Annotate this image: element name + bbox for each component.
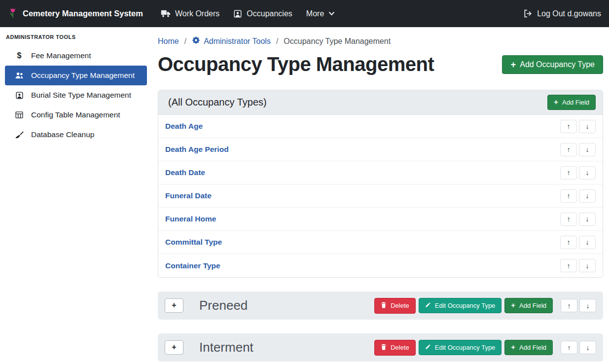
sidebar-item-occupancy-type-management[interactable]: Occupancy Type Management [5, 66, 147, 85]
edit-occupancy-type-button[interactable]: Edit Occupancy Type [419, 298, 502, 313]
field-row: Committal Type ↑ ↓ [158, 231, 603, 254]
button-label: Delete [391, 344, 409, 351]
truck-icon [161, 9, 171, 18]
field-link[interactable]: Death Age Period [165, 145, 229, 154]
sidebar-item-burial-site-type-management[interactable]: Burial Site Type Management [5, 85, 147, 105]
move-up-button[interactable]: ↑ [560, 213, 577, 226]
occupancy-type-name: Interment [199, 340, 253, 355]
move-up-button[interactable]: ↑ [560, 120, 577, 133]
move-down-button[interactable]: ↓ [579, 120, 596, 133]
flower-logo-icon [8, 6, 18, 21]
field-row: Death Age Period ↑ ↓ [158, 138, 603, 161]
nav-label: Occupancies [247, 9, 292, 18]
logout-icon [523, 9, 533, 18]
plus-icon: + [554, 99, 558, 106]
logout-button[interactable]: Log Out d.gowans [523, 9, 601, 18]
trash-icon [381, 344, 387, 352]
move-down-button[interactable]: ↓ [579, 341, 596, 354]
person-frame-icon [233, 9, 242, 18]
field-link[interactable]: Death Date [165, 168, 205, 177]
plus-icon: + [511, 344, 515, 351]
move-up-button[interactable]: ↑ [560, 189, 577, 203]
nav-occupancies[interactable]: Occupancies [233, 9, 292, 18]
move-down-button[interactable]: ↓ [579, 143, 596, 156]
delete-button[interactable]: Delete [374, 340, 416, 356]
person-frame-icon [14, 91, 25, 100]
app-title: Cemetery Management System [23, 9, 143, 18]
edit-occupancy-type-button[interactable]: Edit Occupancy Type [419, 340, 502, 355]
breadcrumb-separator: / [184, 37, 186, 46]
move-down-button[interactable]: ↓ [579, 213, 596, 226]
breadcrumb-current: Occupancy Type Management [284, 37, 391, 46]
dollar-icon: $ [14, 51, 25, 60]
breadcrumb: Home / Administrator Tools / Occupancy T… [158, 27, 603, 46]
add-occupancy-type-button[interactable]: + Add Occupancy Type [502, 55, 603, 74]
occupancy-type-section-interment: + Interment Delete Edit Occupancy Type [158, 333, 603, 362]
field-link[interactable]: Death Age [165, 122, 203, 131]
button-label: Delete [391, 302, 409, 309]
add-field-button[interactable]: + Add Field [504, 340, 553, 355]
move-down-button[interactable]: ↓ [579, 166, 596, 180]
button-label: Edit Occupancy Type [435, 344, 496, 351]
add-field-button[interactable]: + Add Field [547, 95, 596, 110]
add-field-button[interactable]: + Add Field [504, 298, 553, 313]
occupancy-type-section-preneed: + Preneed Delete Edit Occupancy Type [158, 291, 603, 320]
move-up-button[interactable]: ↑ [560, 143, 577, 156]
card-header: (All Occupancy Types) + Add Field [158, 90, 603, 115]
all-occupancy-types-card: (All Occupancy Types) + Add Field Death … [158, 90, 603, 278]
field-row: Funeral Home ↑ ↓ [158, 208, 603, 231]
page-title: Occupancy Type Management [158, 52, 434, 76]
move-up-button[interactable]: ↑ [560, 166, 577, 180]
top-navbar: Cemetery Management System Work Orders O… [0, 0, 609, 27]
sidebar-item-label: Config Table Management [31, 110, 120, 119]
trash-icon [381, 302, 387, 310]
nav-more[interactable]: More [306, 9, 335, 18]
breadcrumb-separator: / [276, 37, 278, 46]
sidebar: ADMINISTRATOR TOOLS $ Fee Management Occ… [0, 27, 152, 145]
nav-work-orders[interactable]: Work Orders [161, 9, 219, 18]
field-link[interactable]: Committal Type [165, 238, 222, 247]
field-link[interactable]: Container Type [165, 261, 220, 270]
breadcrumb-admin-tools-link[interactable]: Administrator Tools [204, 37, 271, 46]
field-link[interactable]: Funeral Date [165, 191, 212, 200]
logout-label: Log Out d.gowans [537, 9, 601, 18]
pencil-icon [425, 302, 431, 309]
sidebar-item-label: Burial Site Type Management [31, 91, 131, 100]
button-label: Add Field [562, 99, 589, 106]
sidebar-item-label: Occupancy Type Management [31, 71, 135, 80]
card-title: (All Occupancy Types) [168, 97, 267, 108]
sidebar-item-fee-management[interactable]: $ Fee Management [5, 46, 147, 66]
sidebar-section-title: ADMINISTRATOR TOOLS [0, 27, 152, 46]
table-icon [14, 111, 25, 119]
expand-button[interactable]: + [165, 340, 183, 355]
field-link[interactable]: Funeral Home [165, 215, 216, 223]
sidebar-item-label: Database Cleanup [31, 130, 94, 139]
pencil-icon [425, 344, 431, 351]
sidebar-item-database-cleanup[interactable]: Database Cleanup [5, 125, 147, 145]
main-content: Home / Administrator Tools / Occupancy T… [158, 27, 603, 362]
chevron-down-icon [328, 10, 335, 17]
move-down-button[interactable]: ↓ [579, 299, 596, 312]
field-row: Container Type ↑ ↓ [158, 254, 603, 277]
move-down-button[interactable]: ↓ [579, 236, 596, 249]
sidebar-item-config-table-management[interactable]: Config Table Management [5, 105, 147, 125]
nav-label: More [306, 9, 324, 18]
breadcrumb-home-link[interactable]: Home [158, 37, 179, 46]
move-up-button[interactable]: ↑ [560, 259, 577, 272]
occupancy-type-name: Preneed [199, 298, 248, 313]
move-down-button[interactable]: ↓ [579, 259, 596, 272]
move-up-button[interactable]: ↑ [561, 299, 577, 312]
broom-icon [14, 131, 25, 139]
move-up-button[interactable]: ↑ [560, 236, 577, 249]
move-down-button[interactable]: ↓ [579, 189, 596, 203]
field-row: Funeral Date ↑ ↓ [158, 184, 603, 208]
app-brand[interactable]: Cemetery Management System [8, 6, 143, 21]
move-up-button[interactable]: ↑ [561, 341, 577, 354]
delete-button[interactable]: Delete [374, 298, 416, 314]
button-label: Add Field [519, 302, 546, 309]
button-label: Add Field [519, 344, 546, 351]
plus-icon: + [511, 302, 515, 309]
plus-icon: + [510, 60, 516, 69]
users-icon [14, 72, 25, 79]
expand-button[interactable]: + [165, 298, 183, 313]
